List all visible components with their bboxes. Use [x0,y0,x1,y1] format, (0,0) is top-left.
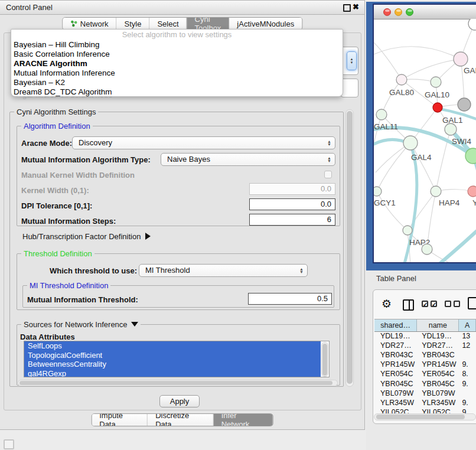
algorithm-option[interactable]: Basic Correlation Inference [11,50,343,59]
network-combo-fragment[interactable] [341,79,358,97]
network-node-gal11[interactable] [376,109,387,120]
tab-select[interactable]: Select [149,18,187,30]
close-icon[interactable]: ✖ [353,2,359,11]
aracne-mode-combo[interactable]: Discovery ▲▼ [72,136,335,149]
document-icon[interactable] [468,297,476,309]
table-cell: YBR045C [374,380,417,388]
control-panel-titlebar[interactable]: Control Panel ✖ [0,1,364,15]
table-row[interactable]: YBR045CYBR045C9. [374,379,476,388]
network-edge[interactable] [382,80,402,115]
table-cell: YLR345W [417,399,459,407]
network-node[interactable] [468,19,476,30]
network-edge[interactable] [410,143,436,191]
column-header-name[interactable]: name [417,319,459,331]
algorithm-option[interactable]: Mutual Information Inference [11,69,343,78]
minimize-traffic-light-icon[interactable] [395,8,402,16]
list-horizontal-scrollbar[interactable] [18,380,338,386]
dpi-tolerance-field[interactable]: 0.0 [249,198,335,210]
zoom-traffic-light-icon[interactable] [406,8,413,16]
unchecked-checkbox-icon[interactable] [454,301,460,307]
manual-kernel-checkbox[interactable] [324,171,332,178]
network-node-gal7[interactable] [454,52,468,66]
checked-checkbox-icon[interactable]: ✓ [431,301,437,307]
tab-network[interactable]: Network [63,18,117,30]
kernel-width-field[interactable]: 0.0 [249,183,335,195]
algorithm-option[interactable]: Bayesian – Hill Climbing [11,40,343,50]
tab-jactivemnodules[interactable]: jActiveMNodules [229,18,302,30]
aracne-mode-label: Aracne Mode: [21,139,72,148]
gear-icon[interactable]: ⚙ [382,297,392,311]
control-panel-tab-bar: Network Style Select Cyni Toolbox jActiv… [62,17,302,30]
algorithm-option[interactable]: Bayesian – K2 [11,78,343,87]
tab-style[interactable]: Style [117,18,150,30]
network-edge[interactable] [377,191,407,230]
settings-scrollpane: Cyni Algorithm Settings Algorithm Defini… [8,106,345,388]
kernel-width-label: Kernel Width (0,1): [21,186,89,195]
network-node-gal80[interactable] [396,74,407,85]
table-row[interactable]: YDL19…YDL19…13 [374,331,476,341]
table-row[interactable]: YBR043CYBR043C [374,350,476,360]
mi-threshold-field[interactable]: 0.5 [248,293,332,305]
network-graph[interactable]: GAL7GAL80GAL10GAL1GAL11SWI4GAL4GCY1HAP4Y… [374,19,476,262]
network-node[interactable] [458,98,471,111]
hub-definition-expander[interactable]: Hub/Transcription Factor Definition [22,232,151,241]
panel-dock-icon[interactable] [4,439,14,449]
table-row[interactable]: YLR345WYLR345W9. [374,398,476,407]
table-horizontal-scrollbar[interactable] [374,413,476,420]
tab-infer-network[interactable]: Infer Network [214,414,273,426]
network-node-gcy1[interactable] [374,187,382,196]
data-attribute-item[interactable]: BetweennessCentrality [24,360,321,369]
network-edge[interactable] [374,43,402,80]
data-attribute-item[interactable]: TopologicalCoefficient [24,351,321,360]
network-node-label: SWI4 [452,137,471,146]
algorithm-option[interactable]: Dream8 DC_TDC Algorithm [11,87,343,97]
checked-checkbox-icon[interactable]: ✓ [422,301,428,307]
table-row[interactable]: YER054CYER054C8. [374,369,476,379]
network-edge[interactable] [402,59,461,80]
network-node-gal4[interactable] [403,136,418,150]
bottom-tab-bar: Impute Data Discretize Data Infer Networ… [91,413,273,426]
network-edge[interactable] [374,47,461,59]
unchecked-checkbox-icon[interactable] [445,301,451,307]
network-edge[interactable] [377,143,410,191]
mi-type-label: Mutual Information Algorithm Type: [21,155,151,164]
network-canvas[interactable]: GAL7GAL80GAL10GAL1GAL11SWI4GAL4GCY1HAP4Y… [374,19,476,262]
tab-select-label: Select [157,19,178,28]
network-node-y[interactable] [468,186,476,197]
inference-algorithm-combo-fragment[interactable]: ▲▼ [341,47,358,75]
column-header-shared-name[interactable]: shared… [374,319,417,331]
tab-discretize-data-label: Discretize Data [155,413,205,426]
data-attribute-item[interactable]: gal4RGexp [24,369,321,378]
tab-impute-data[interactable]: Impute Data [92,414,148,426]
spinner-icon[interactable]: ▲▼ [347,51,357,70]
tab-discretize-data[interactable]: Discretize Data [148,414,213,426]
column-header-partial[interactable]: A [459,319,476,331]
network-window-titlebar[interactable] [374,5,476,19]
data-attribute-item[interactable]: SelfLoops [24,341,321,351]
mi-steps-field[interactable]: 6 [249,214,335,226]
table-row[interactable]: YPR145WYPR145W9. [374,360,476,369]
table-row[interactable]: YDR27…YDR27…12 [374,341,476,350]
network-node-gal1[interactable] [433,103,442,112]
network-edge-highlighted[interactable] [440,227,476,262]
split-columns-icon[interactable] [403,299,414,311]
network-node-hap4[interactable] [431,186,441,197]
table-row[interactable]: YIL052CYIL052C9 [374,407,476,413]
which-threshold-combo[interactable]: MI Threshold ▲▼ [139,264,308,277]
network-node-swi4[interactable] [445,123,457,135]
apply-button[interactable]: Apply [159,395,200,407]
float-window-icon[interactable] [343,4,351,12]
algorithm-option[interactable]: ARACNE Algorithm [11,59,343,69]
network-node[interactable] [422,244,432,255]
settings-vertical-scrollbar[interactable] [345,109,354,387]
mi-type-combo[interactable]: Naive Bayes ▲▼ [161,153,335,166]
tab-cyni-toolbox[interactable]: Cyni Toolbox [187,18,230,30]
sources-group-title[interactable]: Sources for Network Inference [21,320,141,329]
list-vertical-scrollbar[interactable] [321,342,328,377]
table-cell: YBL079W [374,389,417,397]
network-node-gal10[interactable] [431,77,441,87]
table-row[interactable]: YBL079WYBL079W [374,389,476,398]
network-node-hap2[interactable] [403,226,412,235]
expander-arrow-icon [145,233,151,240]
close-traffic-light-icon[interactable] [383,8,391,16]
